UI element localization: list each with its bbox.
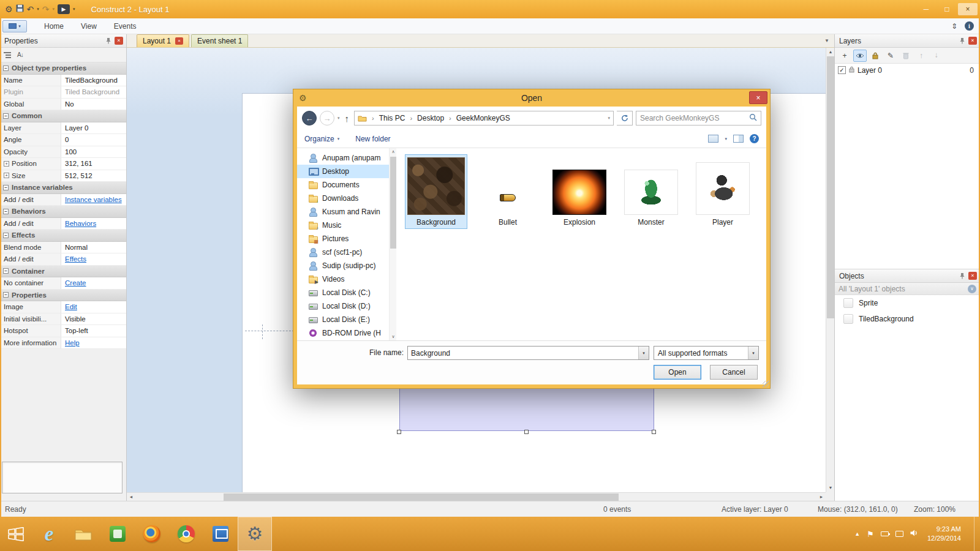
refresh-button[interactable] [617,111,633,126]
scrollbar-thumb[interactable] [390,157,396,249]
nav-item-sudip[interactable]: Sudip (sudip-pc) [297,259,389,272]
scroll-down-icon[interactable]: ∨ [390,333,397,340]
about-icon[interactable]: i [965,21,974,31]
close-button[interactable]: × [958,3,978,15]
undo-dropdown-icon[interactable]: ▾ [37,7,39,12]
dialog-titlebar[interactable]: ⚙ Open × [293,89,770,107]
property-row[interactable]: Add / editInstance variables [0,194,126,206]
objects-filter-dropdown-icon[interactable]: ∨ [968,285,976,293]
nav-item-music[interactable]: ♪Music [297,219,389,232]
property-row[interactable]: Add / editEffects [0,253,126,266]
open-button[interactable]: Open [654,365,701,380]
taskbar-icon-file-explorer[interactable] [66,517,100,551]
search-box[interactable] [636,111,761,126]
nav-item-scf[interactable]: scf (scf1-pc) [297,246,389,259]
undo-icon[interactable]: ↶ [27,5,34,13]
tab-home[interactable]: Home [44,22,64,31]
props-section[interactable]: −Common [0,110,126,122]
canvas-vertical-scrollbar[interactable]: ▲ ▼ [826,48,834,492]
lock-layer-icon[interactable] [869,50,882,62]
file-item-player[interactable]: Player [692,154,754,229]
taskbar-icon-internet-explorer[interactable]: e [32,517,66,551]
up-one-level-button[interactable]: ↑ [345,113,350,124]
forward-button[interactable]: → [320,111,334,126]
tab-events[interactable]: Events [114,22,137,31]
selection-handle[interactable] [524,430,529,434]
crumb-chevron-icon[interactable]: › [408,114,414,122]
property-row[interactable]: More informationHelp [0,337,126,350]
pin-icon[interactable] [959,272,965,279]
navigation-pane-scrollbar[interactable]: ∧ ∨ [389,148,396,340]
cancel-button[interactable]: Cancel [710,365,758,380]
resize-grip[interactable] [763,381,769,388]
expand-icon[interactable]: + [4,161,9,167]
collapse-icon[interactable]: − [3,66,9,71]
run-layout-button[interactable]: ▶ [58,4,70,14]
file-item-monster[interactable]: Monster [620,154,682,229]
start-button[interactable] [0,517,32,551]
categorized-view-icon[interactable] [4,52,11,58]
change-view-icon[interactable] [708,135,718,143]
combo-dropdown-icon[interactable]: ▾ [748,347,758,359]
nav-item-videos[interactable]: ▶Videos [297,272,389,286]
battery-icon[interactable] [881,531,889,536]
nav-item-disk-d[interactable]: Local Disk (D:) [297,299,389,313]
nav-item-pictures[interactable]: ▦Pictures [297,232,389,246]
property-row[interactable]: Opacity100 [0,146,126,159]
new-folder-button[interactable]: New folder [355,135,390,143]
delete-layer-icon[interactable] [899,50,913,62]
network-icon[interactable] [895,531,903,537]
property-row[interactable]: HotspotTop-left [0,325,126,337]
address-bar[interactable]: › This PC › Desktop › GeekMonkeyGS ▾ [354,111,614,126]
file-item-bullet[interactable]: Bullet [477,154,539,229]
dialog-close-button[interactable]: × [749,91,767,104]
layer-lock-icon[interactable] [849,66,854,75]
close-panel-icon[interactable]: × [115,37,123,45]
scroll-right-icon[interactable]: ► [817,493,826,501]
scroll-up-icon[interactable]: ▲ [826,48,835,56]
nav-item-documents[interactable]: Documents [297,178,389,192]
move-layer-down-icon[interactable]: ↑ [930,50,943,62]
selection-handle[interactable] [397,430,401,434]
property-row[interactable]: No containerCreate [0,277,126,290]
scrollbar-thumb[interactable] [827,56,834,318]
run-dropdown-icon[interactable]: ▾ [73,7,75,12]
maximize-button[interactable]: □ [937,3,957,15]
canvas-horizontal-scrollbar[interactable]: ◄ ► [127,492,826,501]
nav-item-downloads[interactable]: ↓Downloads [297,192,389,205]
property-row[interactable]: LayerLayer 0 [0,122,126,135]
move-layer-up-icon[interactable]: ↑ [914,50,928,62]
crumb-chevron-icon[interactable]: › [447,114,453,122]
show-desktop-button[interactable] [974,517,979,551]
object-item-tiledbackground[interactable]: TiledBackground [835,311,980,327]
selection-handle[interactable] [652,430,656,434]
close-panel-icon[interactable]: × [968,272,977,280]
props-section[interactable]: −Container [0,266,126,278]
expand-icon[interactable]: + [4,173,9,178]
show-hidden-icons[interactable]: ▲ [854,531,860,537]
taskbar-clock[interactable]: 9:23 AM 12/29/2014 [927,525,961,543]
property-row[interactable]: Angle0 [0,134,126,146]
property-row[interactable]: GlobalNo [0,99,126,111]
rename-layer-icon[interactable]: ✎ [884,50,897,62]
collapse-icon[interactable]: − [3,233,9,238]
alphabetical-sort-icon[interactable]: A↓ [17,51,23,58]
file-name-combo[interactable]: ▾ [407,346,649,360]
taskbar-icon-green-app[interactable] [100,517,135,551]
collapse-icon[interactable]: − [3,268,9,274]
taskbar-icon-chrome[interactable] [169,517,203,551]
tab-close-icon[interactable]: × [175,37,183,45]
property-row[interactable]: NameTiledBackground [0,75,126,87]
view-dropdown-icon[interactable]: ▾ [725,137,727,141]
file-item-explosion[interactable]: Explosion [548,154,611,229]
property-row[interactable]: +Size512, 512 [0,170,126,182]
back-button[interactable]: ← [302,111,317,126]
props-section[interactable]: −Object type properties [0,62,126,75]
property-row[interactable]: PluginTiled Background [0,86,126,99]
tab-list-dropdown-icon[interactable]: ▼ [824,38,829,43]
nav-item-anupam[interactable]: Anupam (anupam [297,151,389,165]
file-name-input[interactable] [408,349,638,358]
breadcrumb-this-pc[interactable]: This PC [379,114,405,122]
address-dropdown-icon[interactable]: ▾ [608,116,610,121]
ribbon-menu-button[interactable]: ▾ [2,20,27,32]
